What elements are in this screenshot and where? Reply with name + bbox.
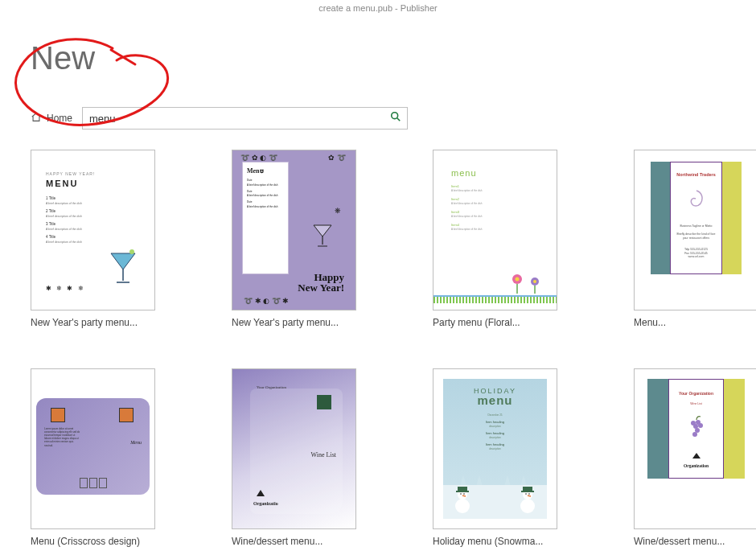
home-link[interactable]: Home <box>31 112 72 125</box>
svg-point-3 <box>516 278 520 282</box>
template-label: New Year's party menu... <box>232 317 356 330</box>
svg-point-11 <box>463 493 465 495</box>
svg-point-5 <box>533 280 536 283</box>
svg-point-6 <box>455 499 470 513</box>
template-label: Menu... <box>634 317 756 330</box>
template-thumbnail: Northwind Traders Business Tagline or Mo… <box>634 150 756 310</box>
svg-point-22 <box>695 428 700 433</box>
template-card[interactable]: menu Item1A brief description of the dis… <box>433 150 561 330</box>
template-card[interactable]: Your Organization Wine List Organizatio … <box>232 368 360 549</box>
search-button[interactable] <box>384 108 407 129</box>
search-input[interactable] <box>83 108 384 129</box>
thumb-brand: Northwind Traders <box>676 172 717 178</box>
thumb-org: Your Organization <box>257 385 286 389</box>
template-thumbnail: Your Organization Wine List Organization <box>634 368 756 529</box>
template-card[interactable]: Your Organization Wine List Organization… <box>634 368 756 549</box>
flower-icon <box>509 273 542 294</box>
thumb-subtitle: Wine List <box>676 402 717 405</box>
template-card[interactable]: Northwind Traders Business Tagline or Mo… <box>634 150 756 330</box>
template-thumbnail: HOLIDAY menu December 25 Item headingdes… <box>433 368 557 529</box>
thumb-subtitle: menu <box>443 393 547 407</box>
thumb-title: Menu <box>130 440 142 445</box>
template-thumbnail: HAPPY NEW YEAR! MENU 1 TitleA brief desc… <box>31 150 155 310</box>
thumb-org-line: Organization <box>669 463 723 468</box>
svg-rect-15 <box>521 491 534 492</box>
svg-point-12 <box>520 499 535 513</box>
svg-point-17 <box>528 493 530 495</box>
template-card[interactable]: HAPPY NEW YEAR! MENU 1 TitleA brief desc… <box>31 150 159 330</box>
thumb-org: Your Organization <box>676 391 717 396</box>
svg-point-10 <box>460 493 462 495</box>
martini-icon <box>106 249 140 287</box>
home-icon <box>31 112 42 125</box>
template-label: Party menu (Floral... <box>433 317 557 330</box>
grapes-icon <box>687 415 706 439</box>
svg-point-23 <box>692 432 697 437</box>
thumb-title: MENU <box>46 179 140 188</box>
shrimp-icon <box>686 189 707 213</box>
template-thumbnail: Lorem ipsum dolor sit amet consectetur a… <box>31 368 155 529</box>
svg-rect-9 <box>456 491 469 492</box>
template-card[interactable]: HOLIDAY menu December 25 Item headingdes… <box>433 368 561 549</box>
snowman-icon <box>451 485 474 514</box>
svg-point-16 <box>525 493 527 495</box>
template-thumbnail: ➰ ✿ ◐ ➰ ✿ ➰ ❋ ➰ ✱ ◐ ➰ ✱ Menʊ DateA brief… <box>232 150 356 310</box>
templates-grid: HAPPY NEW YEAR! MENU 1 TitleA brief desc… <box>31 150 740 548</box>
template-card[interactable]: Lorem ipsum dolor sit amet consectetur a… <box>31 368 159 549</box>
thumb-org-line: Organizatio <box>253 501 278 506</box>
template-label: Wine/dessert menu... <box>634 536 756 549</box>
template-thumbnail: menu Item1A brief description of the dis… <box>433 150 557 310</box>
template-label: Wine/dessert menu... <box>232 536 356 549</box>
search-icon <box>390 111 401 125</box>
page-title: New <box>31 40 95 76</box>
template-label: New Year's party menu... <box>31 317 155 330</box>
app-title: create a menu.pub - Publisher <box>318 3 437 13</box>
thumb-title: Menʊ <box>247 167 284 175</box>
logo-icon <box>692 453 701 458</box>
search-box <box>82 107 408 130</box>
home-label: Home <box>47 113 72 124</box>
thumb-subtitle: Wine List <box>311 451 336 458</box>
thumb-subhead: HAPPY NEW YEAR! <box>46 171 140 176</box>
svg-point-21 <box>698 423 703 428</box>
breadcrumb-row: Home <box>31 107 408 130</box>
snowman-icon <box>516 485 539 514</box>
logo-icon <box>257 490 265 496</box>
template-label: Holiday menu (Snowma... <box>433 536 557 549</box>
svg-point-1 <box>129 249 134 254</box>
svg-point-0 <box>392 113 398 119</box>
template-card[interactable]: ➰ ✿ ◐ ➰ ✿ ➰ ❋ ➰ ✱ ◐ ➰ ✱ Menʊ DateA brief… <box>232 150 360 330</box>
template-label: Menu (Crisscross design) <box>31 536 155 549</box>
thumb-title: menu <box>451 168 477 178</box>
martini-icon <box>312 224 333 249</box>
template-thumbnail: Your Organization Wine List Organizatio <box>232 368 356 529</box>
thumb-hny: Happy New Year! <box>296 272 344 294</box>
